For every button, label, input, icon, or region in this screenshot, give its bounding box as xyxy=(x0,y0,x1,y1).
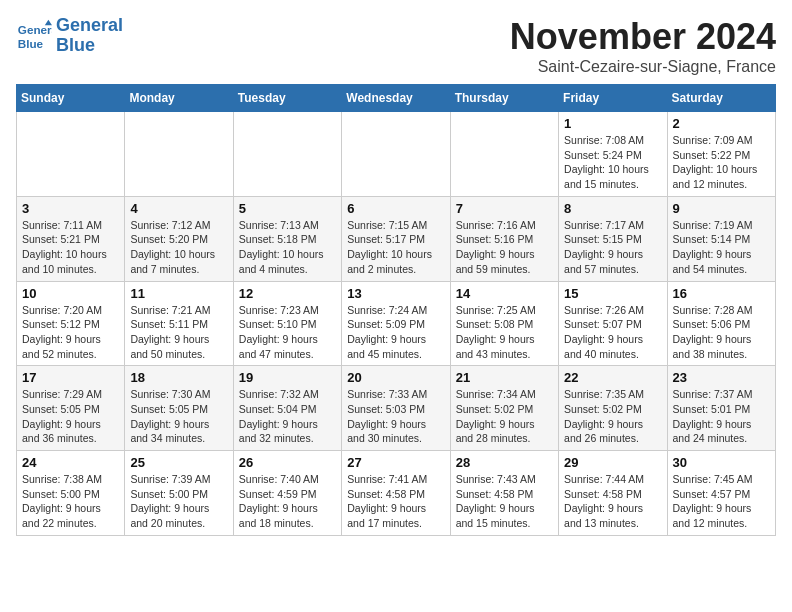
calendar-cell: 10Sunrise: 7:20 AM Sunset: 5:12 PM Dayli… xyxy=(17,281,125,366)
day-info: Sunrise: 7:21 AM Sunset: 5:11 PM Dayligh… xyxy=(130,303,227,362)
calendar-cell: 11Sunrise: 7:21 AM Sunset: 5:11 PM Dayli… xyxy=(125,281,233,366)
calendar-cell: 29Sunrise: 7:44 AM Sunset: 4:58 PM Dayli… xyxy=(559,451,667,536)
day-of-week-header: Thursday xyxy=(450,85,558,112)
calendar-cell: 13Sunrise: 7:24 AM Sunset: 5:09 PM Dayli… xyxy=(342,281,450,366)
calendar-cell: 25Sunrise: 7:39 AM Sunset: 5:00 PM Dayli… xyxy=(125,451,233,536)
day-info: Sunrise: 7:20 AM Sunset: 5:12 PM Dayligh… xyxy=(22,303,119,362)
day-number: 24 xyxy=(22,455,119,470)
day-number: 29 xyxy=(564,455,661,470)
location-title: Saint-Cezaire-sur-Siagne, France xyxy=(510,58,776,76)
day-number: 25 xyxy=(130,455,227,470)
day-number: 9 xyxy=(673,201,770,216)
day-info: Sunrise: 7:35 AM Sunset: 5:02 PM Dayligh… xyxy=(564,387,661,446)
calendar-cell: 15Sunrise: 7:26 AM Sunset: 5:07 PM Dayli… xyxy=(559,281,667,366)
day-of-week-header: Tuesday xyxy=(233,85,341,112)
day-info: Sunrise: 7:32 AM Sunset: 5:04 PM Dayligh… xyxy=(239,387,336,446)
calendar-week-row: 1Sunrise: 7:08 AM Sunset: 5:24 PM Daylig… xyxy=(17,112,776,197)
calendar-cell xyxy=(125,112,233,197)
calendar-cell: 1Sunrise: 7:08 AM Sunset: 5:24 PM Daylig… xyxy=(559,112,667,197)
day-info: Sunrise: 7:25 AM Sunset: 5:08 PM Dayligh… xyxy=(456,303,553,362)
day-info: Sunrise: 7:41 AM Sunset: 4:58 PM Dayligh… xyxy=(347,472,444,531)
calendar-cell: 4Sunrise: 7:12 AM Sunset: 5:20 PM Daylig… xyxy=(125,196,233,281)
calendar-cell: 7Sunrise: 7:16 AM Sunset: 5:16 PM Daylig… xyxy=(450,196,558,281)
calendar-cell: 24Sunrise: 7:38 AM Sunset: 5:00 PM Dayli… xyxy=(17,451,125,536)
day-info: Sunrise: 7:45 AM Sunset: 4:57 PM Dayligh… xyxy=(673,472,770,531)
logo-text: General Blue xyxy=(56,16,123,56)
day-number: 17 xyxy=(22,370,119,385)
day-number: 10 xyxy=(22,286,119,301)
calendar-cell: 23Sunrise: 7:37 AM Sunset: 5:01 PM Dayli… xyxy=(667,366,775,451)
calendar-week-row: 24Sunrise: 7:38 AM Sunset: 5:00 PM Dayli… xyxy=(17,451,776,536)
day-info: Sunrise: 7:12 AM Sunset: 5:20 PM Dayligh… xyxy=(130,218,227,277)
day-number: 19 xyxy=(239,370,336,385)
day-number: 3 xyxy=(22,201,119,216)
calendar-cell: 20Sunrise: 7:33 AM Sunset: 5:03 PM Dayli… xyxy=(342,366,450,451)
day-number: 30 xyxy=(673,455,770,470)
day-number: 26 xyxy=(239,455,336,470)
day-number: 21 xyxy=(456,370,553,385)
logo-icon: General Blue xyxy=(16,18,52,54)
day-info: Sunrise: 7:38 AM Sunset: 5:00 PM Dayligh… xyxy=(22,472,119,531)
calendar-cell: 26Sunrise: 7:40 AM Sunset: 4:59 PM Dayli… xyxy=(233,451,341,536)
calendar-cell xyxy=(450,112,558,197)
day-info: Sunrise: 7:44 AM Sunset: 4:58 PM Dayligh… xyxy=(564,472,661,531)
calendar-body: 1Sunrise: 7:08 AM Sunset: 5:24 PM Daylig… xyxy=(17,112,776,536)
day-info: Sunrise: 7:24 AM Sunset: 5:09 PM Dayligh… xyxy=(347,303,444,362)
day-number: 28 xyxy=(456,455,553,470)
day-number: 13 xyxy=(347,286,444,301)
calendar-cell: 9Sunrise: 7:19 AM Sunset: 5:14 PM Daylig… xyxy=(667,196,775,281)
day-number: 5 xyxy=(239,201,336,216)
day-of-week-header: Wednesday xyxy=(342,85,450,112)
day-number: 6 xyxy=(347,201,444,216)
calendar-week-row: 3Sunrise: 7:11 AM Sunset: 5:21 PM Daylig… xyxy=(17,196,776,281)
day-info: Sunrise: 7:23 AM Sunset: 5:10 PM Dayligh… xyxy=(239,303,336,362)
day-info: Sunrise: 7:09 AM Sunset: 5:22 PM Dayligh… xyxy=(673,133,770,192)
calendar-week-row: 17Sunrise: 7:29 AM Sunset: 5:05 PM Dayli… xyxy=(17,366,776,451)
day-info: Sunrise: 7:13 AM Sunset: 5:18 PM Dayligh… xyxy=(239,218,336,277)
day-info: Sunrise: 7:26 AM Sunset: 5:07 PM Dayligh… xyxy=(564,303,661,362)
day-info: Sunrise: 7:30 AM Sunset: 5:05 PM Dayligh… xyxy=(130,387,227,446)
day-info: Sunrise: 7:29 AM Sunset: 5:05 PM Dayligh… xyxy=(22,387,119,446)
calendar-cell: 14Sunrise: 7:25 AM Sunset: 5:08 PM Dayli… xyxy=(450,281,558,366)
day-info: Sunrise: 7:43 AM Sunset: 4:58 PM Dayligh… xyxy=(456,472,553,531)
calendar-cell: 28Sunrise: 7:43 AM Sunset: 4:58 PM Dayli… xyxy=(450,451,558,536)
day-number: 23 xyxy=(673,370,770,385)
day-number: 11 xyxy=(130,286,227,301)
day-info: Sunrise: 7:16 AM Sunset: 5:16 PM Dayligh… xyxy=(456,218,553,277)
day-number: 14 xyxy=(456,286,553,301)
calendar-cell: 8Sunrise: 7:17 AM Sunset: 5:15 PM Daylig… xyxy=(559,196,667,281)
day-number: 20 xyxy=(347,370,444,385)
day-of-week-header: Friday xyxy=(559,85,667,112)
day-of-week-header: Saturday xyxy=(667,85,775,112)
day-number: 4 xyxy=(130,201,227,216)
day-info: Sunrise: 7:19 AM Sunset: 5:14 PM Dayligh… xyxy=(673,218,770,277)
day-number: 1 xyxy=(564,116,661,131)
day-info: Sunrise: 7:15 AM Sunset: 5:17 PM Dayligh… xyxy=(347,218,444,277)
day-info: Sunrise: 7:37 AM Sunset: 5:01 PM Dayligh… xyxy=(673,387,770,446)
calendar-header-row: SundayMondayTuesdayWednesdayThursdayFrid… xyxy=(17,85,776,112)
day-number: 27 xyxy=(347,455,444,470)
calendar-cell: 6Sunrise: 7:15 AM Sunset: 5:17 PM Daylig… xyxy=(342,196,450,281)
title-section: November 2024 Saint-Cezaire-sur-Siagne, … xyxy=(510,16,776,76)
day-number: 2 xyxy=(673,116,770,131)
day-info: Sunrise: 7:11 AM Sunset: 5:21 PM Dayligh… xyxy=(22,218,119,277)
day-info: Sunrise: 7:08 AM Sunset: 5:24 PM Dayligh… xyxy=(564,133,661,192)
day-number: 12 xyxy=(239,286,336,301)
calendar-week-row: 10Sunrise: 7:20 AM Sunset: 5:12 PM Dayli… xyxy=(17,281,776,366)
day-number: 16 xyxy=(673,286,770,301)
logo: General Blue General Blue xyxy=(16,16,123,56)
calendar-cell: 16Sunrise: 7:28 AM Sunset: 5:06 PM Dayli… xyxy=(667,281,775,366)
day-number: 22 xyxy=(564,370,661,385)
day-number: 8 xyxy=(564,201,661,216)
calendar-cell: 17Sunrise: 7:29 AM Sunset: 5:05 PM Dayli… xyxy=(17,366,125,451)
calendar-cell: 22Sunrise: 7:35 AM Sunset: 5:02 PM Dayli… xyxy=(559,366,667,451)
calendar-cell: 18Sunrise: 7:30 AM Sunset: 5:05 PM Dayli… xyxy=(125,366,233,451)
day-number: 15 xyxy=(564,286,661,301)
calendar-cell: 12Sunrise: 7:23 AM Sunset: 5:10 PM Dayli… xyxy=(233,281,341,366)
day-info: Sunrise: 7:33 AM Sunset: 5:03 PM Dayligh… xyxy=(347,387,444,446)
page-header: General Blue General Blue November 2024 … xyxy=(16,16,776,76)
calendar-cell: 2Sunrise: 7:09 AM Sunset: 5:22 PM Daylig… xyxy=(667,112,775,197)
day-number: 7 xyxy=(456,201,553,216)
calendar-cell: 30Sunrise: 7:45 AM Sunset: 4:57 PM Dayli… xyxy=(667,451,775,536)
day-number: 18 xyxy=(130,370,227,385)
